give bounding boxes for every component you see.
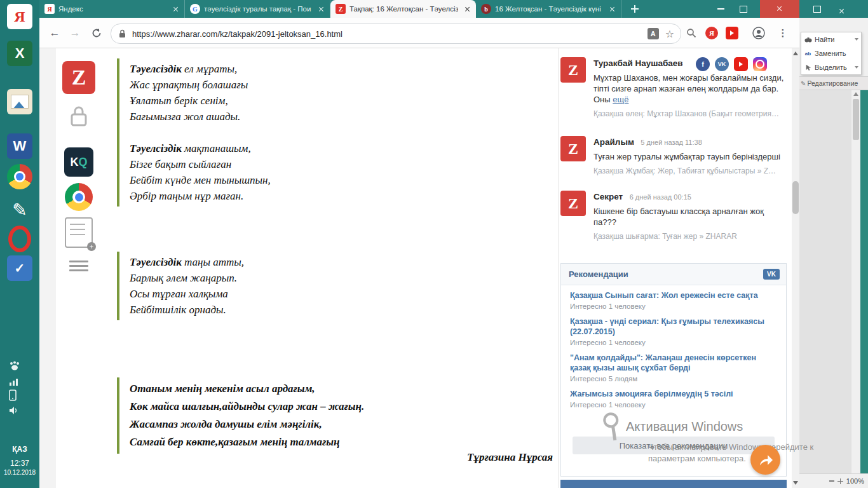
commenter-avatar[interactable]: Z [560,191,586,216]
url-text[interactable]: https://www.zharar.com/kz/takpak/2091-je… [132,29,342,39]
chrome-shortcut-icon[interactable] [65,183,93,211]
facebook-icon[interactable]: f [696,57,710,71]
signal-tray-icon[interactable] [9,375,31,388]
opera-taskbar-icon[interactable] [7,226,32,252]
secure-lock-icon[interactable] [119,29,126,38]
scroll-down-icon[interactable] [793,481,798,485]
recommendation-link[interactable]: "Анам қолдайды": Жалаңаш денесін көрсетк… [570,353,778,373]
address-bar[interactable]: https://www.zharar.com/kz/takpak/2091-je… [111,24,681,44]
tab-zharar-active[interactable]: Z Тақпақ: 16 Желтоқсан - Тәуелсіз [330,0,476,18]
pen-app-taskbar-icon[interactable]: ✎ [7,197,32,222]
translate-icon[interactable]: A [648,28,659,39]
find-menu-item[interactable]: Найти [801,32,861,46]
recommendation-link[interactable]: Жағымсыз эмоцияға берілмеудің 5 тәсілі [570,389,778,399]
vk-logo-icon[interactable]: VK [763,269,780,280]
phone-tray-icon[interactable] [9,389,31,402]
word-scrollbar[interactable] [851,90,860,473]
restore-window-icon[interactable] [813,6,821,13]
clock-time[interactable]: 12:37 [0,459,39,468]
tab-google-search[interactable]: G тәуелсіздік туралы тақпақ - Пои [185,0,330,18]
show-more-link[interactable]: ещё [613,95,628,104]
poem-line: Самғай бер көкте,қазағым менің талмағың [130,433,364,451]
youtube-extension-icon[interactable] [726,27,738,39]
comment-source-link[interactable]: Қазақша шығарма: Туған жер » ZHARAR [593,232,784,241]
new-tab-button[interactable] [627,3,643,15]
zharar-favicon: Z [336,4,346,14]
commenter-name[interactable]: Туракбай Наушабаев [593,58,683,68]
poem-block-1: Тәуелсіздік ел мұраты, Жас ұрпақтың бола… [117,58,271,207]
lock-icon[interactable] [69,105,88,127]
scrollbar-thumb[interactable] [792,181,799,214]
speaker-tray-icon[interactable] [9,404,31,417]
scroll-up-icon[interactable] [853,92,858,96]
word-close-icon[interactable] [839,6,845,17]
comment-source-link[interactable]: Қазақша өлең: Мұхтар Шаханов (Бақыт геом… [593,109,784,118]
instagram-icon[interactable] [753,57,767,71]
hamburger-menu-icon[interactable] [69,258,88,274]
find-label: Найти [815,36,852,43]
recommendation-link[interactable]: Қазақша - үнді сериал: Қыз ғұмыры телехи… [570,316,778,337]
tab-close-icon[interactable] [607,4,617,14]
menu-dots-icon[interactable]: ⋮ [776,27,789,39]
editing-group-button[interactable]: ✎ Редактирование [799,76,868,90]
editing-dropdown-panel: Найти ab Заменить Выделить [801,32,862,75]
commenter-avatar[interactable]: Z [560,136,586,161]
maximize-button[interactable] [733,0,754,18]
add-post-icon[interactable]: + [65,217,93,248]
search-extension-icon[interactable] [685,27,698,39]
kq-translator-icon[interactable]: KQ [64,147,93,177]
word-scrollbar-thumb[interactable] [853,99,859,140]
zharar-logo[interactable]: Z [62,61,95,94]
page-margin [39,48,56,488]
comment: Z Секрет 6 дней назад 00:15 Кішкене бір … [560,191,788,241]
zoom-out-icon[interactable] [829,480,834,482]
activation-watermark-line: Чтобы активировать Windows, перейдите к [648,442,813,452]
profile-avatar-icon[interactable] [752,27,765,39]
select-menu-item[interactable]: Выделить [801,60,861,74]
poem-line: Жас ұрпақтың болашағы [130,77,271,93]
forward-button[interactable]: → [67,25,83,41]
tab-jeltoksan[interactable]: b 16 Желтоқсан - Тәуелсіздік күні [476,0,621,18]
poem-line: Тәуелсіздік ел мұраты, [130,61,271,77]
screen: Я X W ✎ ✓ ҚАЗ 12:37 10.12.2018 Я Яндек [0,0,868,488]
language-indicator[interactable]: ҚАЗ [0,445,39,454]
commenter-name[interactable]: Арайлым [593,137,634,147]
column-divider [558,48,559,488]
comment-source-link[interactable]: Қазақша Жұмбақ: Жер, Табиғат құбылыстары… [593,166,784,175]
close-button[interactable] [760,0,799,18]
reload-button[interactable] [89,25,104,41]
tab-title: 16 Желтоқсан - Тәуелсіздік күні [495,5,603,13]
share-fab-button[interactable] [750,445,780,475]
paw-tray-icon[interactable] [9,360,31,372]
kq-k-letter: K [70,156,78,169]
excel-taskbar-icon[interactable]: X [7,41,32,66]
back-button[interactable]: ← [47,25,62,41]
page-scrollbar[interactable] [792,48,799,488]
vk-icon[interactable]: VK [715,57,729,71]
tab-close-icon[interactable] [462,4,472,14]
tab-yandex[interactable]: Я Яндекс [39,0,185,18]
bookmark-star-icon[interactable]: ☆ [665,28,674,40]
site-favicon: b [481,4,491,14]
photos-taskbar-icon[interactable] [7,89,32,114]
word-taskbar-icon[interactable]: W [7,133,32,159]
chrome-taskbar-icon[interactable] [7,164,32,189]
scroll-up-icon[interactable] [793,51,798,55]
commenter-avatar[interactable]: Z [560,57,586,83]
word-status-bar: 100% [799,473,868,488]
pocket-taskbar-icon[interactable]: ✓ [7,255,32,281]
tab-close-icon[interactable] [170,4,180,14]
zoom-in-icon[interactable] [837,478,843,484]
yandex-taskbar-icon[interactable]: Я [7,4,32,29]
clock-date[interactable]: 10.12.2018 [0,469,39,476]
minimize-button[interactable] [710,0,731,18]
comment-text: Кішкене бір бастауыш классқа арналған жо… [593,206,788,227]
recommendation-link[interactable]: Қазақша Сынып сағат: Жол ережесін есте с… [570,290,778,301]
play-icon [739,62,743,67]
yandex-extension-icon[interactable]: Я [705,27,718,39]
youtube-icon[interactable] [734,57,748,71]
commenter-name[interactable]: Секрет [593,192,623,201]
zoom-level[interactable]: 100% [846,477,864,485]
tab-close-icon[interactable] [316,4,326,14]
replace-menu-item[interactable]: ab Заменить [801,46,861,60]
